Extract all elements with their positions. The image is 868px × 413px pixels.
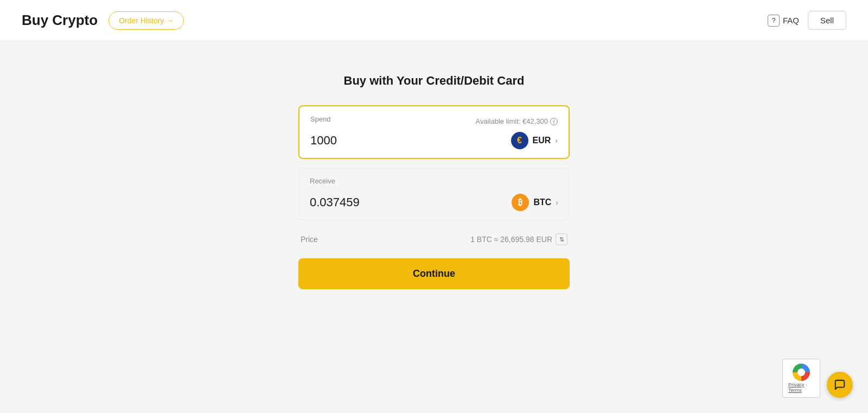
main-content: Buy with Your Credit/Debit Card Spend Av…	[0, 41, 868, 322]
spend-box: Spend Available limit: €42,300 i € EUR ›	[298, 105, 570, 159]
price-label: Price	[301, 235, 318, 244]
chat-icon	[834, 379, 846, 391]
spend-header: Spend Available limit: €42,300 i	[310, 115, 558, 128]
eur-chevron-icon: ›	[555, 136, 558, 145]
btc-icon: ₿	[512, 194, 529, 211]
btc-currency-selector[interactable]: ₿ BTC ›	[512, 194, 558, 211]
receive-label: Receive	[310, 177, 335, 185]
faq-label: FAQ	[783, 16, 799, 25]
card-title: Buy with Your Credit/Debit Card	[298, 74, 570, 88]
price-value: 1 BTC ≈ 26,695.98 EUR ⇅	[470, 233, 567, 245]
receive-row: 0.037459 ₿ BTC ›	[310, 194, 558, 211]
header-right: ? FAQ Sell	[768, 11, 846, 30]
swap-icon[interactable]: ⇅	[556, 233, 567, 245]
faq-button[interactable]: ? FAQ	[768, 15, 799, 27]
info-icon[interactable]: i	[550, 118, 558, 125]
header: Buy Crypto Order History → ? FAQ Sell	[0, 0, 868, 41]
faq-icon: ?	[768, 15, 780, 27]
receive-amount: 0.037459	[310, 195, 459, 209]
spend-label: Spend	[310, 115, 331, 123]
spend-amount-input[interactable]	[310, 134, 459, 148]
receive-box: Receive 0.037459 ₿ BTC ›	[298, 168, 570, 220]
order-history-button[interactable]: Order History →	[108, 11, 184, 30]
header-left: Buy Crypto Order History →	[22, 11, 184, 30]
spend-currency: EUR	[533, 136, 551, 145]
spend-row: € EUR ›	[310, 132, 558, 149]
available-limit: Available limit: €42,300 i	[476, 117, 558, 125]
recaptcha-badge: Privacy · Terms	[782, 359, 820, 398]
btc-chevron-icon: ›	[556, 198, 558, 207]
continue-button[interactable]: Continue	[298, 258, 570, 289]
eur-currency-selector[interactable]: € EUR ›	[511, 132, 558, 149]
chat-button[interactable]	[827, 372, 853, 398]
receive-header: Receive	[310, 177, 558, 189]
eur-icon: €	[511, 132, 528, 149]
recaptcha-separator: ·	[806, 382, 807, 387]
receive-currency: BTC	[533, 198, 551, 207]
recaptcha-terms[interactable]: Terms	[788, 387, 802, 393]
recaptcha-logo	[793, 364, 810, 381]
page-title: Buy Crypto	[22, 12, 98, 29]
sell-button[interactable]: Sell	[808, 11, 846, 30]
buy-card: Buy with Your Credit/Debit Card Spend Av…	[298, 74, 570, 289]
recaptcha-privacy[interactable]: Privacy	[788, 382, 805, 387]
price-row: Price 1 BTC ≈ 26,695.98 EUR ⇅	[298, 233, 570, 245]
